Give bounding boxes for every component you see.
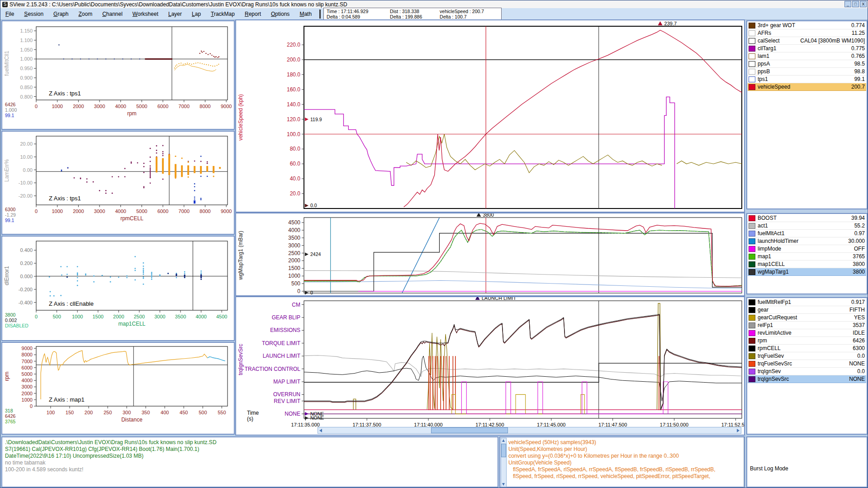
- channel-name: fuelMltRelFp1: [758, 299, 851, 305]
- channel-row-BOOST[interactable]: BOOST39.94: [748, 214, 866, 222]
- scroll-left-arrow-icon[interactable]: [319, 429, 322, 432]
- svg-text:6000: 6000: [22, 365, 33, 370]
- log-info-line: DateTime(2022\9\16 17:10) UncompressedSi…: [5, 453, 495, 460]
- channel-row-wgMapTarg1[interactable]: wgMapTarg13800: [748, 268, 866, 276]
- channel-row-gear[interactable]: gearFIFTH: [748, 306, 866, 314]
- channel-row-map1[interactable]: map13765: [748, 253, 866, 261]
- channel-row-fuelMltAct1[interactable]: fuelMltAct10.97: [748, 230, 866, 237]
- channel-color-swatch: [749, 338, 755, 344]
- chart-wgmaptarg1-time[interactable]: 050010001500200025003000350040004500wgMa…: [236, 213, 744, 295]
- menu-zoom[interactable]: Zoom: [73, 9, 97, 19]
- status-delta-dist: Delta : 199.886: [390, 14, 440, 19]
- channel-color-swatch: [749, 30, 755, 36]
- svg-text:4000: 4000: [22, 378, 33, 383]
- channel-value: 11.25: [852, 30, 865, 36]
- svg-text:6000: 6000: [157, 208, 168, 214]
- time-scrollbar[interactable]: [318, 427, 741, 434]
- time-scrollbar-thumb[interactable]: [431, 427, 508, 433]
- window-controls: _□X: [844, 1, 867, 7]
- svg-text:500: 500: [199, 410, 207, 415]
- chart-lamerr-rpmcell[interactable]: -20.00-10.000.0010.0020.0001000200030004…: [2, 132, 234, 234]
- svg-text:7000: 7000: [179, 104, 190, 109]
- channel-row-lam1[interactable]: lam10.765: [748, 52, 866, 60]
- channel-info-scrollbar-thumb[interactable]: [501, 444, 506, 457]
- channel-row-AFRs[interactable]: AFRs11.25: [748, 29, 866, 37]
- channel-row-vehicleSpeed[interactable]: vehicleSpeed200.7: [748, 83, 866, 91]
- svg-text:0: 0: [35, 104, 38, 109]
- status-delta-time: Delta : 0:04.589: [327, 14, 390, 19]
- menu-bar: FileSessionGraphZoomChannelWorksheetLaye…: [0, 8, 868, 20]
- svg-text:550: 550: [218, 410, 226, 415]
- scroll-down-arrow-icon[interactable]: [502, 483, 505, 486]
- menu-lap[interactable]: Lap: [187, 9, 206, 19]
- svg-text:GEAR BLIP: GEAR BLIP: [272, 314, 300, 321]
- channel-row-rpmCELL[interactable]: rpmCELL6300: [748, 345, 866, 352]
- cursor-status-box: Time : 17:11:46.929 Dist : 318.338 vehic…: [323, 8, 502, 20]
- channel-row-trqFuelSev[interactable]: trqFuelSev0.0: [748, 352, 866, 360]
- channel-color-swatch: [749, 261, 755, 267]
- channel-row-revLimitActive[interactable]: revLimitActiveIDLE: [748, 329, 866, 337]
- channel-row-trqFuelSevSrc[interactable]: trqFuelSevSrcNONE: [748, 360, 866, 368]
- channel-row-trqIgnSev[interactable]: trqIgnSev0.0: [748, 368, 866, 375]
- menu-channel[interactable]: Channel: [97, 9, 128, 19]
- scroll-up-arrow-icon[interactable]: [502, 439, 505, 442]
- menu-graph[interactable]: Graph: [48, 9, 73, 19]
- svg-text:-20.00: -20.00: [19, 193, 33, 199]
- channel-row-tps1[interactable]: tps199.1: [748, 76, 866, 83]
- channel-color-swatch: [749, 299, 755, 305]
- menu-file[interactable]: File: [0, 9, 19, 19]
- channel-row-limpMode[interactable]: limpModeOFF: [748, 245, 866, 253]
- menu-options[interactable]: Options: [266, 9, 294, 19]
- chart-vehiclespeed-time[interactable]: 20.040.060.080.0100.0120.0140.0160.0180.…: [236, 20, 744, 212]
- channel-name: map1: [758, 253, 853, 260]
- channel-name: revLimitActive: [758, 330, 853, 336]
- channel-color-swatch: [749, 376, 755, 382]
- svg-text:0.900: 0.900: [20, 75, 33, 81]
- menu-math[interactable]: Math: [294, 9, 317, 19]
- channel-row-fuelMltRelFp1[interactable]: fuelMltRelFp10.917: [748, 298, 866, 306]
- channel-row-gearCutRequest[interactable]: gearCutRequestYES: [748, 314, 866, 322]
- channel-color-swatch: [749, 361, 755, 367]
- channel-row-ppsA[interactable]: ppsA98.5: [748, 60, 866, 68]
- menu-session[interactable]: Session: [19, 9, 48, 19]
- channel-info-line: flSpeedA, frSpeedA, rlSpeedA, rrSpeedA, …: [508, 466, 741, 473]
- channel-value: NONE: [849, 360, 865, 367]
- channel-value: 3800: [853, 261, 865, 267]
- channel-row-3rd+ gear WOT[interactable]: 3rd+ gear WOT0.774: [748, 22, 866, 29]
- app-icon: S: [2, 2, 8, 7]
- menu-separator: [319, 9, 321, 19]
- channel-row-launchHoldTimer[interactable]: launchHoldTimer30.000: [748, 237, 866, 245]
- chart-fuelmltcll1-rpm[interactable]: 0.8000.8500.9000.9501.0001.0501.1001.150…: [2, 21, 234, 129]
- menu-report[interactable]: Report: [240, 9, 266, 19]
- channel-row-rpm[interactable]: rpm6426: [748, 337, 866, 345]
- svg-text:Z Axis : tps1: Z Axis : tps1: [49, 90, 81, 97]
- channel-row-map1CELL[interactable]: map1CELL3800: [748, 261, 866, 268]
- svg-text:3000: 3000: [94, 104, 105, 109]
- channel-value: 0.775: [851, 45, 865, 52]
- maximize-button[interactable]: □: [852, 1, 859, 7]
- svg-text:1000: 1000: [288, 273, 300, 279]
- scroll-right-arrow-icon[interactable]: [737, 429, 740, 432]
- channel-row-trqIgnSevSrc[interactable]: trqIgnSevSrcNONE: [748, 375, 866, 383]
- channel-row-relFp1[interactable]: relFp13537: [748, 322, 866, 329]
- svg-text:0.800: 0.800: [20, 94, 33, 99]
- svg-text:239.7: 239.7: [664, 21, 677, 26]
- chart-dlerror1-map1cell[interactable]: -0.400-0.2000.0000.2000.4000500100015002…: [2, 237, 234, 340]
- svg-text:3800: 3800: [5, 312, 16, 317]
- close-button[interactable]: X: [860, 1, 867, 7]
- channel-row-ppsB[interactable]: ppsB98.8: [748, 68, 866, 76]
- channel-info-scrollbar[interactable]: [501, 438, 507, 487]
- menu-layer[interactable]: Layer: [163, 9, 187, 19]
- minimize-button[interactable]: _: [844, 1, 851, 7]
- svg-text:1500: 1500: [93, 314, 104, 319]
- chart-trqignsevsrc-time[interactable]: NONEREV LIMITOVERRUNMAP LIMITTRACTION CO…: [236, 297, 744, 428]
- channel-row-cllTarg1[interactable]: cllTarg10.775: [748, 45, 866, 52]
- channel-row-calSelect[interactable]: calSelectCAL04 [3800mB WM1090]: [748, 37, 866, 45]
- svg-text:0: 0: [30, 403, 33, 409]
- channel-info-line: convert using y=(0.036*x)+0 to Kilometre…: [508, 453, 741, 460]
- menu-trackmap[interactable]: TrackMap: [206, 9, 240, 19]
- menu-worksheet[interactable]: Worksheet: [128, 9, 163, 19]
- channel-row-act1[interactable]: act155.2: [748, 222, 866, 230]
- chart-rpm-distance[interactable]: 0100020003000400050006000700080009000100…: [2, 343, 234, 434]
- svg-text:0.850: 0.850: [20, 85, 33, 90]
